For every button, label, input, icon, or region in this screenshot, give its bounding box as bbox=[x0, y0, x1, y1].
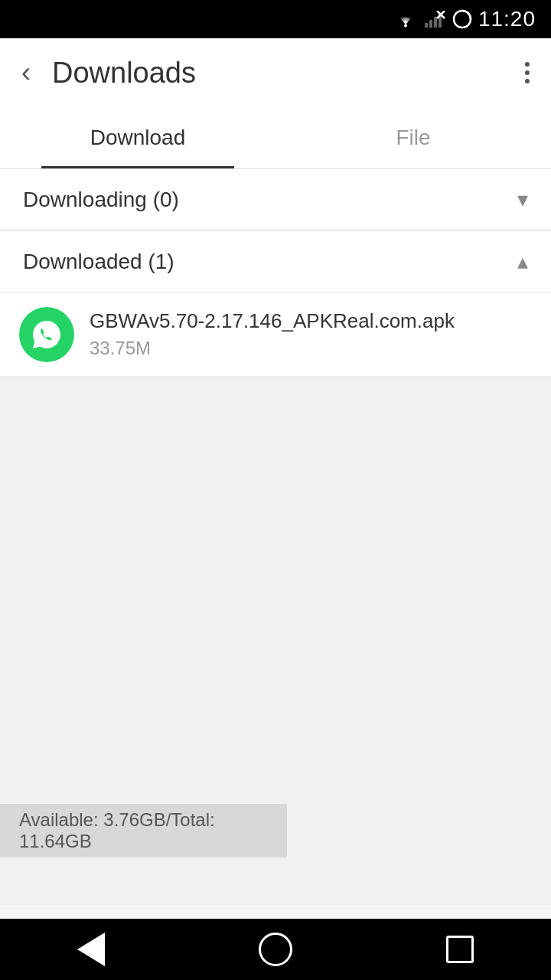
downloaded-section-header[interactable]: Downloaded (1) ▴ bbox=[0, 231, 551, 292]
svg-point-0 bbox=[404, 24, 407, 28]
tab-download[interactable]: Download bbox=[0, 107, 276, 168]
whatsapp-icon bbox=[24, 312, 70, 358]
recents-square-icon bbox=[446, 936, 474, 963]
item-size: 33.75M bbox=[90, 338, 532, 359]
downloaded-chevron: ▴ bbox=[517, 249, 528, 274]
main-content: Download File Downloading (0) ▾ Download… bbox=[0, 107, 551, 919]
nav-back-button[interactable] bbox=[77, 933, 105, 966]
svg-rect-3 bbox=[434, 17, 437, 28]
navigation-bar bbox=[0, 919, 551, 980]
svg-rect-1 bbox=[425, 23, 428, 28]
nav-recents-button[interactable] bbox=[446, 936, 474, 963]
app-icon bbox=[19, 307, 74, 362]
item-name: GBWAv5.70-2.17.146_APKReal.com.apk bbox=[90, 309, 532, 333]
loading-icon bbox=[452, 9, 472, 29]
status-bar: 11:20 bbox=[0, 0, 551, 38]
item-info: GBWAv5.70-2.17.146_APKReal.com.apk 33.75… bbox=[90, 309, 532, 359]
downloading-section-header[interactable]: Downloading (0) ▾ bbox=[0, 169, 551, 230]
wifi-icon bbox=[394, 11, 417, 28]
menu-dot bbox=[525, 79, 530, 83]
home-circle-icon bbox=[259, 933, 292, 966]
header: ‹ Downloads bbox=[0, 38, 551, 107]
downloaded-section-title: Downloaded (1) bbox=[23, 250, 174, 274]
tabs: Download File bbox=[0, 107, 551, 169]
more-options-button[interactable] bbox=[519, 56, 536, 90]
status-time: 11:20 bbox=[478, 7, 536, 31]
downloading-chevron: ▾ bbox=[517, 187, 528, 212]
download-item[interactable]: GBWAv5.70-2.17.146_APKReal.com.apk 33.75… bbox=[0, 292, 551, 377]
back-triangle-icon bbox=[77, 933, 105, 966]
menu-dot bbox=[525, 62, 530, 67]
status-icons: 11:20 bbox=[394, 7, 536, 31]
menu-dot bbox=[525, 70, 530, 75]
signal-icon bbox=[423, 11, 446, 28]
storage-info-bar: Available: 3.76GB/Total: 11.64GB bbox=[0, 804, 287, 858]
downloading-section-title: Downloading (0) bbox=[23, 188, 179, 212]
nav-home-button[interactable] bbox=[259, 933, 292, 966]
page-title: Downloads bbox=[52, 57, 504, 90]
tab-file[interactable]: File bbox=[276, 107, 551, 168]
svg-rect-2 bbox=[429, 20, 432, 28]
storage-info-text: Available: 3.76GB/Total: 11.64GB bbox=[19, 809, 268, 852]
back-button[interactable]: ‹ bbox=[15, 51, 37, 95]
